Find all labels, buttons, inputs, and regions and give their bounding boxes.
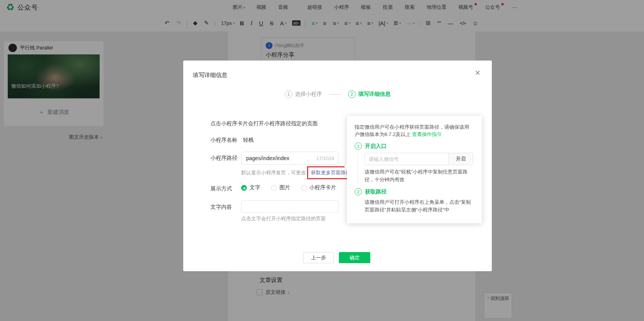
miniprogram-path-field: 17/1024 [241, 152, 338, 165]
miniprogram-path-input[interactable] [242, 155, 312, 161]
text-content-label: 文字内容 [210, 204, 232, 211]
step-number: 1 [285, 90, 292, 98]
modal-intro-text: 点击小程序卡片会打开小程序路径指定的页面 [210, 120, 318, 127]
close-icon[interactable]: × [475, 68, 480, 77]
step-title: 开启入口 [365, 143, 386, 150]
previous-step-button[interactable]: 上一步 [303, 252, 334, 263]
step: 2 填写详细信息 [348, 90, 391, 98]
modal-title: 填写详细信息 [193, 72, 227, 79]
step-1-description: 该微信用户可在“轻栈”小程序中复制任意页面路径，十分钟内有效 [365, 168, 474, 183]
step-connector [329, 94, 341, 95]
text-content-hint: 点击文字会打开小程序指定路径的页面 [241, 215, 326, 222]
help-intro: 指定微信用户可在小程序获得页面路径，请确保该用户微信版本为6.7.2及以上 查看… [355, 123, 472, 138]
step: 1 选择小程序 [285, 90, 348, 98]
path-help-panel: 指定微信用户可在小程序获得页面路径，请确保该用户微信版本为6.7.2及以上 查看… [347, 116, 482, 223]
step-label: 选择小程序 [295, 91, 322, 98]
help-step-2-header: 2 获取路径 [355, 188, 474, 195]
step-label: 填写详细信息 [358, 91, 391, 98]
path-hint-row: 默认显示小程序首页，可更改 获取更多页面路径 [241, 166, 355, 179]
miniprogram-name-value: 轻栈 [243, 137, 254, 144]
confirm-button[interactable]: 确定 [339, 252, 370, 263]
character-counter: 17/1024 [312, 156, 338, 161]
radio-label: 文字 [250, 184, 260, 191]
radio-icon [301, 185, 307, 191]
enable-button[interactable]: 开启 [449, 153, 473, 165]
step-indicator: 1 选择小程序 2 填写详细信息 [183, 90, 492, 98]
help-step-2-body: 该微信用户可打开小程序右上角菜单，点击“复制页面路径”并粘贴至左侧“小程序路径”… [358, 198, 474, 214]
step-number: 2 [348, 90, 356, 98]
path-hint-text: 默认显示小程序首页，可更改 [241, 169, 306, 176]
wechat-id-input[interactable] [365, 153, 449, 165]
radio-icon [241, 185, 247, 191]
radio-icon [271, 185, 277, 191]
step-number: 1 [355, 142, 362, 150]
display-mode-option[interactable]: 小程序卡片 [301, 184, 336, 191]
view-guide-link[interactable]: 查看操作指引 [412, 131, 442, 137]
display-mode-option[interactable]: 图片 [271, 184, 290, 191]
display-mode-option[interactable]: 文字 [241, 184, 260, 191]
help-step-1-body: 开启 该微信用户可在“轻栈”小程序中复制任意页面路径，十分钟内有效 [358, 153, 474, 183]
display-mode-label: 展示方式 [210, 185, 232, 192]
step-2-description: 该微信用户可打开小程序右上角菜单，点击“复制页面路径”并粘贴至左侧“小程序路径”… [365, 198, 474, 214]
step-title: 获取路径 [365, 188, 386, 195]
radio-label: 图片 [279, 184, 290, 191]
help-step-1-header: 1 开启入口 [355, 142, 474, 150]
miniprogram-path-label: 小程序路径 [210, 155, 237, 162]
wechat-id-field: 开启 [365, 153, 473, 165]
miniprogram-name-label: 小程序名称 [210, 137, 237, 144]
screen: ♻ 公众号 图片▾ 视频 音频 超链接 [0, 0, 644, 321]
step-number: 2 [355, 188, 362, 195]
text-content-field [241, 200, 338, 213]
radio-label: 小程序卡片 [309, 184, 336, 191]
text-content-input[interactable] [242, 201, 338, 212]
